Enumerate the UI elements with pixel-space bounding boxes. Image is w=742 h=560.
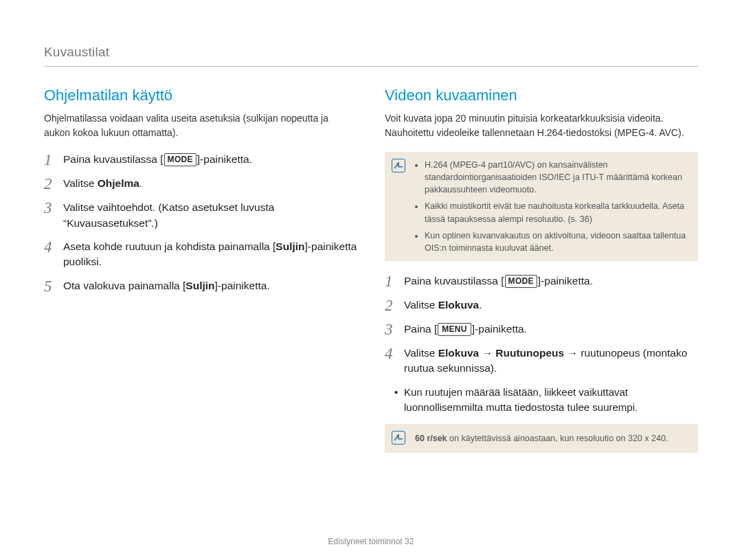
steps-right: Paina kuvaustilassa [MODE]-painiketta. V… — [385, 273, 698, 377]
note-text: on käytettävissä ainoastaan, kun resoluu… — [447, 434, 668, 443]
note-bold: 60 r/sek — [415, 434, 447, 443]
intro-text-left: Ohjelmatilassa voidaan valita useita ase… — [44, 111, 357, 139]
step-bold: Suljin — [276, 240, 304, 252]
step-text: . — [479, 299, 482, 311]
note-item: Kaikki muistikortit eivät tue nauhoitust… — [425, 200, 688, 225]
step-bold: Elokuva — [438, 347, 479, 359]
step-1-right: Paina kuvaustilassa [MODE]-painiketta. — [385, 273, 698, 289]
arrow-icon: → — [479, 347, 495, 359]
breadcrumb: Kuvaustilat — [44, 43, 698, 67]
steps-left: Paina kuvaustilassa [MODE]-painiketta. V… — [44, 152, 357, 294]
step-2-left: Valitse Ohjelma. — [44, 176, 357, 192]
step-5-left: Ota valokuva painamalla [Suljin]-painike… — [44, 278, 357, 294]
page-footer: Edistyneet toiminnot 32 — [0, 536, 742, 548]
section-heading-ohjelmatila: Ohjelmatilan käyttö — [44, 85, 357, 107]
arrow-icon: → — [564, 347, 581, 359]
step-text: ]-painiketta. — [472, 323, 527, 335]
step-2-right: Valitse Elokuva. — [385, 298, 698, 313]
step-text: Ota valokuva painamalla [ — [63, 280, 186, 291]
section-heading-video: Videon kuvaaminen — [385, 85, 698, 107]
step-4-right: Valitse Elokuva → Ruutunopeus → ruutunop… — [385, 346, 698, 377]
left-column: Ohjelmatilan käyttö Ohjelmatilassa voida… — [44, 85, 357, 453]
step-3-right: Paina [MENU]-painiketta. — [385, 322, 698, 337]
step-text: ]-painiketta. — [215, 280, 270, 291]
step-bold: Ohjelma — [98, 177, 139, 189]
step-bold: Ruutunopeus — [495, 347, 564, 359]
step-text: ]-painiketta. — [538, 275, 593, 287]
step-text: Paina kuvaustilassa [ — [404, 275, 504, 287]
step-bold: Elokuva — [438, 299, 479, 311]
note-icon — [392, 431, 405, 445]
step-bold: Suljin — [186, 280, 214, 291]
footer-page-number: 32 — [405, 537, 414, 546]
step-text: Valitse — [404, 347, 438, 359]
step-4-left: Aseta kohde ruutuun ja kohdista painamal… — [44, 239, 357, 270]
mode-button-label: MODE — [164, 153, 196, 166]
footer-section: Edistyneet toiminnot — [328, 537, 403, 546]
mode-button-label: MODE — [505, 275, 537, 288]
note-item: H.264 (MPEG-4 part10/AVC) on kansainväli… — [425, 159, 688, 196]
step-3-left: Valitse vaihtoehdot. (Katso asetukset lu… — [44, 200, 357, 231]
step-text: Valitse vaihtoehdot. (Katso asetukset lu… — [63, 200, 357, 231]
step-text: Valitse — [404, 299, 438, 311]
step-text: Valitse — [63, 177, 98, 189]
step-text: Aseta kohde ruutuun ja kohdista painamal… — [63, 240, 276, 252]
step-text: Paina kuvaustilassa [ — [63, 153, 164, 165]
sub-bullet-text: Kun ruutujen määrää lisätään, liikkeet v… — [404, 386, 638, 413]
right-column: Videon kuvaaminen Voit kuvata jopa 20 mi… — [385, 85, 698, 453]
step-4-sub-bullet: •Kun ruutujen määrää lisätään, liikkeet … — [404, 385, 698, 415]
note-box-1: H.264 (MPEG-4 part10/AVC) on kansainväli… — [385, 152, 698, 261]
note-box-2: 60 r/sek on käytettävissä ainoastaan, ku… — [385, 424, 698, 453]
step-text: ]-painiketta. — [197, 153, 252, 165]
step-text: Paina [ — [404, 323, 437, 335]
intro-text-right: Voit kuvata jopa 20 minuutin pituisia ko… — [385, 111, 698, 139]
note-item: Kun optinen kuvanvakautus on aktivoituna… — [425, 229, 688, 254]
step-text: . — [139, 177, 142, 189]
step-1-left: Paina kuvaustilassa [MODE]-painiketta. — [44, 152, 357, 168]
note-icon — [392, 159, 405, 172]
menu-button-label: MENU — [438, 323, 471, 336]
